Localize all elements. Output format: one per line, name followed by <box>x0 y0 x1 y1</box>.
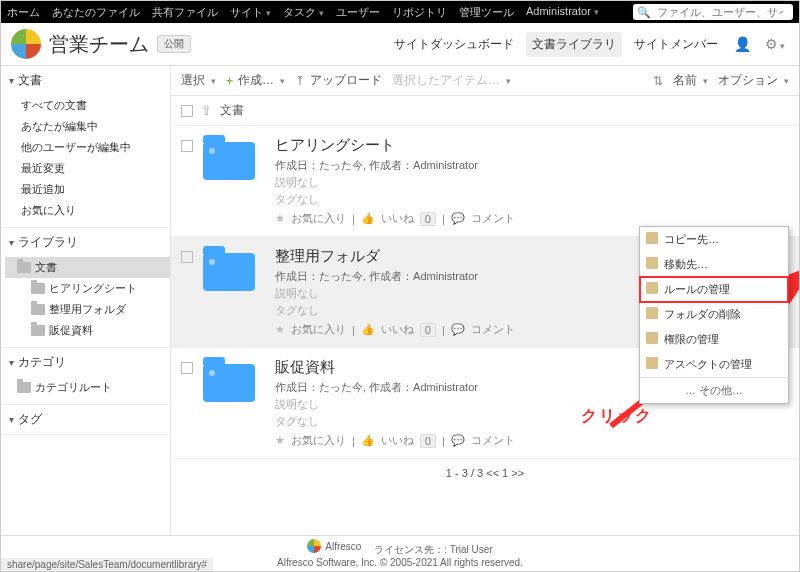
row-title[interactable]: ヒアリングシート <box>275 136 789 155</box>
like-label[interactable]: いいね <box>381 211 414 226</box>
comment-icon[interactable]: 💬 <box>451 434 465 447</box>
fav-label[interactable]: お気に入り <box>291 322 346 337</box>
breadcrumb: ⇧ 文書 <box>171 96 799 126</box>
star-icon[interactable]: ★ <box>275 434 285 447</box>
side-docs-all[interactable]: すべての文書 <box>5 95 170 116</box>
star-icon[interactable]: ★ <box>275 323 285 336</box>
ctx-move-to[interactable]: 移動先… <box>640 252 788 277</box>
nav-site-members[interactable]: サイトメンバー <box>628 32 724 57</box>
row-checkbox[interactable] <box>181 251 193 263</box>
tree-label: 販促資料 <box>49 323 93 338</box>
search-input[interactable] <box>655 5 785 19</box>
ctx-manage-perms[interactable]: 権限の管理 <box>640 327 788 352</box>
folder-icon <box>203 142 255 180</box>
tree-sort[interactable]: 整理用フォルダ <box>5 299 170 320</box>
tb-create-label: 作成… <box>238 72 274 89</box>
like-label[interactable]: いいね <box>381 322 414 337</box>
global-nav: ホーム あなたのファイル 共有ファイル サイト タスク ユーザー リポジトリ 管… <box>1 1 799 23</box>
footer-logo: Alfresco <box>307 539 361 553</box>
ctx-delete-folder[interactable]: フォルダの削除 <box>640 302 788 327</box>
side-library-head[interactable]: ライブラリ <box>1 228 170 257</box>
main: 文書 すべての文書 あなたが編集中 他のユーザーが編集中 最近変更 最近追加 お… <box>1 66 799 542</box>
comment-icon[interactable]: 💬 <box>451 323 465 336</box>
row-checkbox[interactable] <box>181 140 193 152</box>
tb-create[interactable]: +作成… <box>226 72 285 89</box>
nav-shared[interactable]: 共有ファイル <box>152 5 218 20</box>
content: 選択 +作成… ⤒アップロード 選択したアイテム… ⇅ 名前 オプション ⇧ 文… <box>171 66 799 542</box>
side-docs-editing-others[interactable]: 他のユーザーが編集中 <box>5 137 170 158</box>
side-docs-recent-add[interactable]: 最近追加 <box>5 179 170 200</box>
side-docs-recent-mod[interactable]: 最近変更 <box>5 158 170 179</box>
site-nav: サイトダッシュボード 文書ライブラリ サイトメンバー 👤 ⚙ <box>388 32 789 57</box>
folder-thumb <box>203 247 255 289</box>
pager[interactable]: 1 - 3 / 3 << 1 >> <box>171 459 799 487</box>
global-search[interactable]: 🔍 <box>633 4 793 20</box>
tree-hearing[interactable]: ヒアリングシート <box>5 278 170 299</box>
ctx-manage-aspects[interactable]: アスペクトの管理 <box>640 352 788 377</box>
fav-label[interactable]: お気に入り <box>291 211 346 226</box>
row-meta: ヒアリングシート 作成日：たった今, 作成者：Administrator 説明な… <box>275 136 789 226</box>
folder-icon <box>17 262 31 273</box>
tree-docs[interactable]: 文書 <box>5 257 170 278</box>
nav-repo[interactable]: リポジトリ <box>392 5 447 20</box>
like-count: 0 <box>420 434 436 448</box>
ctx-more[interactable]: … その他… <box>640 377 788 403</box>
tb-sort-field[interactable]: 名前 <box>673 72 708 89</box>
search-icon: 🔍 <box>637 6 651 19</box>
row-actions: ★お気に入り | 👍いいね0 | 💬コメント <box>275 211 789 226</box>
tb-selected[interactable]: 選択したアイテム… <box>392 72 511 89</box>
nav-up-icon[interactable]: ⇧ <box>201 103 212 118</box>
tb-sort-dir-icon[interactable]: ⇅ <box>653 74 663 88</box>
select-all-checkbox[interactable] <box>181 105 193 117</box>
row-created: 作成日：たった今, 作成者：Administrator <box>275 158 789 173</box>
tb-upload[interactable]: ⤒アップロード <box>295 72 382 89</box>
tree-promo[interactable]: 販促資料 <box>5 320 170 341</box>
site-visibility-badge: 公開 <box>157 35 191 53</box>
like-icon[interactable]: 👍 <box>361 323 375 336</box>
side-docs-fav[interactable]: お気に入り <box>5 200 170 221</box>
folder-icon <box>31 325 45 336</box>
side-tag-head[interactable]: タグ <box>1 405 170 434</box>
side-docs-editing-me[interactable]: あなたが編集中 <box>5 116 170 137</box>
nav-doc-library[interactable]: 文書ライブラリ <box>526 32 622 57</box>
nav-tasks[interactable]: タスク <box>283 5 324 20</box>
like-icon[interactable]: 👍 <box>361 212 375 225</box>
nav-user-menu[interactable]: Administrator <box>526 5 599 20</box>
crumb-root[interactable]: 文書 <box>220 102 244 119</box>
row-tags: タグなし <box>275 414 789 429</box>
site-settings-icon[interactable]: ⚙ <box>761 36 789 52</box>
nav-sites[interactable]: サイト <box>230 5 271 20</box>
like-icon[interactable]: 👍 <box>361 434 375 447</box>
comment-label[interactable]: コメント <box>471 322 515 337</box>
nav-my-files[interactable]: あなたのファイル <box>52 5 140 20</box>
star-icon[interactable]: ★ <box>275 212 285 225</box>
global-menu: ホーム あなたのファイル 共有ファイル サイト タスク ユーザー リポジトリ 管… <box>7 5 633 20</box>
nav-users[interactable]: ユーザー <box>336 5 380 20</box>
row-desc: 説明なし <box>275 175 789 190</box>
tb-options[interactable]: オプション <box>718 72 789 89</box>
tb-select[interactable]: 選択 <box>181 72 216 89</box>
tree-label: カテゴリルート <box>35 380 112 395</box>
footer: Alfresco ライセンス先：: Trial User Alfresco So… <box>1 535 799 571</box>
nav-site-dashboard[interactable]: サイトダッシュボード <box>388 32 520 57</box>
comment-icon[interactable]: 💬 <box>451 212 465 225</box>
fav-label[interactable]: お気に入り <box>291 433 346 448</box>
ctx-manage-rules[interactable]: ルールの管理 <box>640 277 788 302</box>
status-url: share/page/site/SalesTeam/documentlibrar… <box>1 558 213 571</box>
nav-home[interactable]: ホーム <box>7 5 40 20</box>
comment-label[interactable]: コメント <box>471 211 515 226</box>
like-label[interactable]: いいね <box>381 433 414 448</box>
ctx-copy-to[interactable]: コピー先… <box>640 227 788 252</box>
comment-label[interactable]: コメント <box>471 433 515 448</box>
row-checkbox[interactable] <box>181 362 193 374</box>
row-actions: ★お気に入り | 👍いいね0 | 💬コメント <box>275 433 789 448</box>
nav-admin[interactable]: 管理ツール <box>459 5 514 20</box>
tree-cat-root[interactable]: カテゴリルート <box>5 377 170 398</box>
side-category-head[interactable]: カテゴリ <box>1 348 170 377</box>
row-tags: タグなし <box>275 192 789 207</box>
tree-label: 整理用フォルダ <box>49 302 126 317</box>
folder-icon <box>31 283 45 294</box>
list-item[interactable]: ヒアリングシート 作成日：たった今, 作成者：Administrator 説明な… <box>171 126 799 237</box>
side-docs-head[interactable]: 文書 <box>1 66 170 95</box>
user-avatar-icon[interactable]: 👤 <box>730 36 755 52</box>
